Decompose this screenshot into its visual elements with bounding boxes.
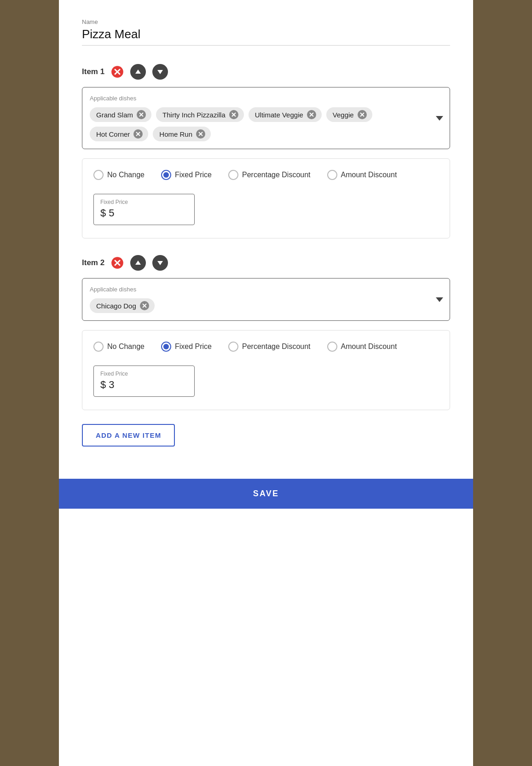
tag-thirty-inch: Thirty Inch Pizzazilla — [156, 107, 244, 122]
remove-icon — [111, 256, 124, 269]
tag-hot-corner-remove[interactable] — [133, 129, 143, 139]
tag-home-run-remove[interactable] — [196, 129, 205, 139]
item-1-amount-radio[interactable] — [327, 170, 337, 180]
item-1-fixed-price-radio[interactable] — [161, 170, 171, 180]
item-1-pricing-box: No Change Fixed Price Percentage Discoun… — [82, 158, 450, 238]
tag-veggie: Veggie — [326, 107, 372, 122]
item-1-price-value: $ 5 — [100, 207, 188, 219]
item-1-percentage-option[interactable]: Percentage Discount — [228, 170, 311, 180]
name-label: Name — [82, 18, 450, 25]
tag-home-run: Home Run — [153, 127, 211, 141]
item-2-pricing-box: No Change Fixed Price Percentage Discoun… — [82, 330, 450, 410]
tag-ultimate-veggie: Ultimate Veggie — [249, 107, 322, 122]
tag-chicago-dog-remove[interactable] — [140, 301, 149, 310]
item-2-label: Item 2 — [82, 258, 104, 267]
item-2-remove-button[interactable] — [111, 256, 124, 269]
chevron-down-icon — [436, 116, 443, 121]
name-value: Pizza Meal — [82, 27, 450, 41]
item-2-no-change-radio[interactable] — [93, 342, 104, 352]
item-1-no-change-label: No Change — [107, 171, 145, 179]
svg-marker-4 — [157, 70, 163, 74]
item-2-move-up-button[interactable] — [130, 255, 146, 271]
item-1-percentage-radio[interactable] — [228, 170, 238, 180]
item-2-price-input-box[interactable]: Fixed Price $ 3 — [93, 366, 195, 397]
close-icon — [139, 112, 144, 117]
remove-icon — [111, 65, 124, 78]
tag-grand-slam-remove[interactable] — [137, 110, 146, 119]
tag-thirty-inch-remove[interactable] — [229, 110, 238, 119]
item-1-header: Item 1 — [82, 64, 450, 80]
item-1-amount-option[interactable]: Amount Discount — [327, 170, 397, 180]
item-1-move-up-button[interactable] — [130, 64, 146, 80]
item-1-amount-label: Amount Discount — [341, 171, 397, 179]
item-2-dishes-box: Applicable dishes Chicago Dog — [82, 278, 450, 321]
tag-hot-corner: Hot Corner — [90, 127, 148, 141]
add-new-item-section: ADD A NEW ITEM — [82, 419, 450, 460]
item-2-percentage-option[interactable]: Percentage Discount — [228, 342, 311, 352]
close-icon — [360, 112, 364, 117]
item-2-fixed-price-option[interactable]: Fixed Price — [161, 342, 212, 352]
item-1-dishes-tags: Grand Slam Thirty Inch Pizzazilla Ultima… — [90, 107, 442, 141]
item-1-no-change-radio[interactable] — [93, 170, 104, 180]
arrow-down-icon — [156, 259, 164, 267]
item-2-fixed-price-radio[interactable] — [161, 342, 171, 352]
item-1-radio-row: No Change Fixed Price Percentage Discoun… — [93, 170, 439, 185]
item-1-remove-button[interactable] — [111, 65, 124, 78]
tag-ultimate-veggie-remove[interactable] — [307, 110, 316, 119]
item-2-move-down-button[interactable] — [152, 255, 168, 271]
item-1-price-input-box[interactable]: Fixed Price $ 5 — [93, 194, 195, 225]
item-1-label: Item 1 — [82, 67, 104, 76]
modal: Name Pizza Meal Item 1 — [59, 0, 473, 766]
item-1-fixed-price-option[interactable]: Fixed Price — [161, 170, 212, 180]
svg-marker-25 — [436, 297, 443, 302]
close-icon — [142, 303, 147, 308]
item-1-no-change-option[interactable]: No Change — [93, 170, 145, 180]
chevron-down-icon — [436, 297, 443, 302]
svg-marker-22 — [157, 261, 163, 265]
item-2-fixed-price-label: Fixed Price — [175, 342, 212, 351]
svg-marker-21 — [135, 261, 141, 265]
item-2-amount-radio[interactable] — [327, 342, 337, 352]
item-2-header: Item 2 — [82, 255, 450, 271]
tag-grand-slam: Grand Slam — [90, 107, 151, 122]
item-1-price-input-label: Fixed Price — [100, 199, 188, 205]
item-1-dishes-box: Applicable dishes Grand Slam Thirty Inch… — [82, 87, 450, 149]
item-1-dishes-label: Applicable dishes — [90, 95, 442, 102]
svg-marker-17 — [436, 116, 443, 121]
svg-marker-3 — [135, 70, 141, 74]
save-button[interactable]: SAVE — [59, 479, 473, 509]
item-1-fixed-price-label: Fixed Price — [175, 171, 212, 179]
tag-chicago-dog: Chicago Dog — [90, 298, 155, 313]
save-label: SAVE — [253, 489, 279, 498]
item-2: Item 2 — [82, 255, 450, 410]
item-2-dishes-dropdown-arrow[interactable] — [436, 296, 443, 304]
name-section: Name Pizza Meal — [82, 18, 450, 46]
item-1-move-down-button[interactable] — [152, 64, 168, 80]
item-2-price-input-label: Fixed Price — [100, 371, 188, 377]
close-icon — [231, 112, 236, 117]
item-2-no-change-label: No Change — [107, 342, 145, 351]
item-1: Item 1 — [82, 64, 450, 238]
close-icon — [198, 132, 203, 136]
item-2-price-value: $ 3 — [100, 379, 188, 391]
arrow-up-icon — [134, 259, 142, 267]
item-1-percentage-label: Percentage Discount — [242, 171, 311, 179]
dishes-dropdown-arrow[interactable] — [436, 114, 443, 122]
add-new-item-button[interactable]: ADD A NEW ITEM — [82, 424, 175, 447]
close-icon — [309, 112, 314, 117]
item-2-percentage-radio[interactable] — [228, 342, 238, 352]
arrow-up-icon — [134, 68, 142, 75]
item-2-dishes-tags: Chicago Dog — [90, 298, 442, 313]
item-2-dishes-label: Applicable dishes — [90, 286, 442, 293]
item-2-percentage-label: Percentage Discount — [242, 342, 311, 351]
arrow-down-icon — [156, 68, 164, 75]
close-icon — [136, 132, 140, 136]
tag-veggie-remove[interactable] — [358, 110, 367, 119]
item-2-amount-option[interactable]: Amount Discount — [327, 342, 397, 352]
item-2-no-change-option[interactable]: No Change — [93, 342, 145, 352]
item-2-radio-row: No Change Fixed Price Percentage Discoun… — [93, 342, 439, 356]
item-2-amount-label: Amount Discount — [341, 342, 397, 351]
